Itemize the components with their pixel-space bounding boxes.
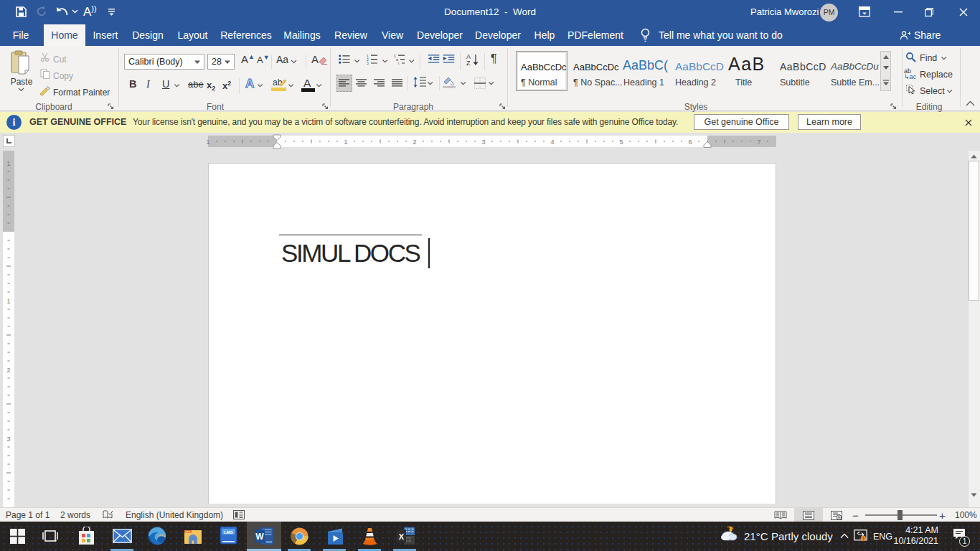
svg-text:5: 5 <box>619 138 623 146</box>
svg-text:4: 4 <box>550 138 554 146</box>
svg-text:3: 3 <box>367 61 369 65</box>
svg-text:6: 6 <box>688 138 692 146</box>
svg-text:LMS: LMS <box>224 530 233 534</box>
svg-text:3: 3 <box>481 138 485 146</box>
svg-text:1: 1 <box>6 298 10 305</box>
svg-text:i: i <box>398 61 399 65</box>
svg-text:X: X <box>399 532 405 541</box>
svg-text:3: 3 <box>6 435 10 443</box>
svg-text:2: 2 <box>413 138 416 146</box>
svg-text:1: 1 <box>6 160 10 167</box>
svg-text:1: 1 <box>206 138 209 146</box>
svg-text:2: 2 <box>6 367 10 374</box>
svg-text:7: 7 <box>757 138 760 146</box>
svg-text:1: 1 <box>344 138 347 146</box>
svg-text:W: W <box>255 532 264 542</box>
